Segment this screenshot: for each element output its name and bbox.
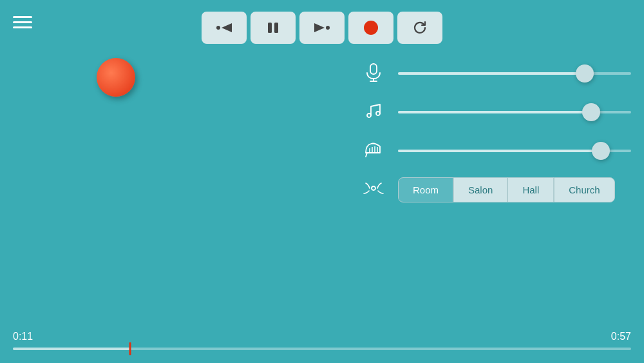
piano-icon [361, 139, 386, 163]
total-time: 0:57 [611, 331, 631, 342]
skip-back-button[interactable] [202, 12, 247, 44]
record-button[interactable] [348, 12, 393, 44]
svg-rect-3 [274, 23, 278, 33]
time-labels: 0:11 0:57 [13, 331, 631, 342]
piano-slider-row [361, 139, 631, 163]
music-slider-thumb[interactable] [582, 103, 600, 121]
music-slider-track[interactable] [398, 111, 631, 113]
piano-slider-thumb[interactable] [592, 142, 610, 160]
microphone-icon [361, 61, 386, 86]
microphone-slider-fill [398, 72, 585, 75]
timeline-played [13, 348, 130, 350]
music-icon [361, 100, 386, 124]
transport-controls [202, 12, 442, 44]
svg-marker-4 [314, 23, 325, 32]
svg-point-0 [216, 26, 220, 30]
music-slider-row [361, 100, 631, 124]
microphone-slider-thumb[interactable] [576, 64, 594, 83]
red-ball [97, 58, 135, 97]
svg-point-9 [367, 113, 371, 117]
svg-point-5 [326, 26, 330, 30]
piano-slider-fill [398, 150, 601, 152]
current-time: 0:11 [13, 331, 33, 342]
menu-button[interactable] [13, 13, 32, 32]
replay-button[interactable] [397, 12, 442, 44]
reverb-buttons: Room Salon Hall Church [398, 177, 615, 202]
microphone-slider-row [361, 61, 631, 86]
svg-rect-2 [268, 23, 272, 33]
music-slider-fill [398, 111, 591, 113]
reverb-church-button[interactable]: Church [554, 177, 614, 202]
reverb-room-button[interactable]: Room [398, 177, 453, 202]
record-dot [364, 21, 378, 35]
timeline-track[interactable] [13, 348, 631, 350]
pause-button[interactable] [251, 12, 296, 44]
svg-rect-6 [370, 64, 377, 74]
reverb-icon [361, 179, 386, 201]
right-panel: Room Salon Hall Church [361, 61, 631, 202]
reverb-hall-button[interactable]: Hall [507, 177, 554, 202]
svg-marker-1 [222, 23, 232, 32]
microphone-slider-track[interactable] [398, 72, 631, 75]
reverb-salon-button[interactable]: Salon [453, 177, 507, 202]
piano-slider-track[interactable] [398, 150, 631, 152]
skip-forward-button[interactable] [299, 12, 345, 44]
svg-point-16 [372, 186, 375, 190]
timeline-cursor [129, 342, 131, 355]
reverb-row: Room Salon Hall Church [361, 177, 631, 202]
timeline: 0:11 0:57 [13, 331, 631, 350]
